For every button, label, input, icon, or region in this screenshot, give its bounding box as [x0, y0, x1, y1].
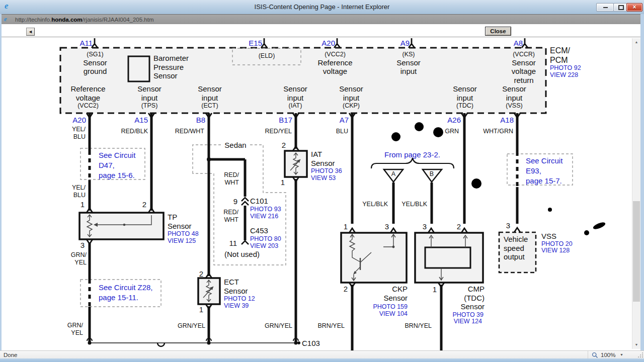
- c103-label: C103: [302, 339, 320, 348]
- iat-thermistor-icon: [290, 153, 300, 174]
- ecm-view-link[interactable]: VIEW 228: [550, 71, 578, 79]
- ecm-out-vss: Sensor input(VSS): [502, 84, 526, 110]
- window-border-left: [0, 14, 2, 358]
- tp-photo-link[interactable]: PHOTO 48: [168, 230, 199, 238]
- tp-sensor-box: [79, 213, 164, 239]
- status-text: Done: [4, 352, 18, 358]
- scrollbar-thumb[interactable]: [633, 201, 640, 302]
- ecm-out-iat: Sensor input(IAT): [283, 84, 307, 110]
- c453-chevron-icon: [242, 241, 249, 244]
- ecm-out-ref: Reference voltage(VCC2): [70, 84, 105, 110]
- triangle-a-label: A: [391, 170, 395, 178]
- ect-photo-link[interactable]: PHOTO 12: [224, 295, 255, 303]
- ect-thermistor-icon: [203, 280, 213, 302]
- zoom-control[interactable]: 100% ▼: [592, 351, 630, 358]
- ks-label: (KS)Sensor input: [396, 51, 421, 76]
- browser-window: e ISIS-Content Opening Page - Internet E…: [0, 0, 644, 362]
- tp-view-link[interactable]: VIEW 125: [168, 237, 196, 245]
- scroll-up-icon[interactable]: ▲: [632, 38, 640, 46]
- eld-subbox: [232, 48, 301, 65]
- vccr-label: (VCCR)Sensor voltage return: [512, 51, 536, 84]
- pin-e15: E15: [249, 39, 262, 48]
- cmp-pin-2: 2: [457, 222, 461, 231]
- pin-9: 9: [233, 197, 237, 206]
- ect-name: ECT Sensor: [224, 278, 248, 295]
- window-border-right: [640, 14, 644, 358]
- ckp-transistor-icon: [350, 234, 395, 281]
- ckp-view-link[interactable]: VIEW 104: [379, 310, 408, 318]
- pin-a7: A7: [340, 116, 349, 125]
- wire-grn-yel-a: GRN/ YEL: [71, 251, 87, 266]
- symbol-fills: [94, 159, 394, 290]
- ect-pin-2: 2: [199, 269, 203, 279]
- wire-grn-yel-b: GRN/ YEL: [67, 322, 83, 336]
- tp-pin-3: 3: [80, 241, 85, 250]
- minimize-button[interactable]: [596, 3, 614, 12]
- pin-a20: A20: [72, 116, 86, 125]
- scroll-down-icon[interactable]: ▼: [632, 341, 640, 349]
- wire-grn-yel-d: GRN/YEL: [265, 322, 292, 330]
- terminals: [87, 38, 528, 309]
- wire-yel-blk-a: YEL/BLK: [362, 201, 388, 208]
- junction-dot: [207, 157, 211, 161]
- window-title: ISIS-Content Opening Page - Internet Exp…: [0, 3, 644, 11]
- pin-a11: A11: [79, 39, 93, 48]
- ecm-out-tdc: Sensor input(TDC): [453, 84, 477, 110]
- c453-photo-link[interactable]: PHOTO 80: [250, 235, 281, 243]
- c101-view-link[interactable]: VIEW 216: [250, 213, 278, 220]
- zoom-icon: [592, 352, 598, 358]
- vss-name: VSS: [541, 232, 556, 241]
- vertical-scrollbar[interactable]: ▲ ▼: [632, 38, 640, 349]
- ground-bus: [87, 338, 300, 346]
- c453-view-link[interactable]: VIEW 203: [250, 242, 278, 250]
- close-page-button[interactable]: Close: [485, 27, 511, 36]
- vss-view-link[interactable]: VIEW 128: [541, 247, 570, 254]
- not-used-label: (Not used): [224, 250, 260, 259]
- pin-b8: B8: [196, 116, 205, 125]
- wire-brn-yel-b: BRN/YEL: [405, 322, 432, 330]
- pin-a9: A9: [400, 39, 410, 48]
- ckp-photo-link[interactable]: PHOTO 159: [373, 303, 408, 311]
- zoom-dropdown-icon: ▼: [620, 353, 623, 356]
- vss-pin-3: 3: [506, 221, 510, 230]
- maximize-icon: [618, 5, 624, 10]
- ckp-pin-3: 3: [385, 222, 389, 231]
- status-bar: Done 100% ▼: [0, 350, 644, 358]
- ect-sensor-box: [198, 278, 220, 304]
- cmp-view-link[interactable]: VIEW 124: [454, 318, 482, 325]
- c101-photo-link[interactable]: PHOTO 93: [250, 206, 281, 213]
- ect-view-link[interactable]: VIEW 39: [224, 302, 249, 310]
- zoom-level: 100%: [601, 352, 615, 358]
- address-bar[interactable]: e http://techinfo.honda.com/rjanisis/RJA…: [0, 14, 644, 24]
- tp-pin-2: 2: [142, 200, 146, 209]
- iat-view-link[interactable]: VIEW 53: [311, 174, 336, 182]
- url-prefix: http://techinfo.: [15, 17, 51, 23]
- iat-sensor-box: [285, 151, 307, 177]
- wire-wht-grn: WHT/GRN: [483, 128, 513, 135]
- maximize-button[interactable]: [613, 3, 627, 12]
- note-z28: See Circuit Z28, page 15-11.: [99, 283, 153, 303]
- sedan-label: Sedan: [222, 141, 248, 150]
- triangle-a-icon: [384, 169, 403, 182]
- cmp-pin-1: 1: [433, 285, 437, 294]
- iat-photo-link[interactable]: PHOTO 36: [311, 167, 342, 175]
- ink-spots: [391, 122, 606, 235]
- cmp-name: CMP (TDC) Sensor: [460, 285, 485, 311]
- tp-pin-1: 1: [80, 200, 85, 209]
- resize-grip[interactable]: [637, 352, 643, 357]
- title-bar: e ISIS-Content Opening Page - Internet E…: [0, 0, 644, 15]
- window-border-bottom: [0, 358, 644, 362]
- pin-11: 11: [229, 239, 237, 248]
- sg1-label: (SG1)Sensor ground: [83, 51, 107, 76]
- window-close-button[interactable]: ×: [626, 3, 642, 12]
- iat-name: IAT Sensor: [311, 150, 335, 167]
- ecm-photo-link[interactable]: PHOTO 92: [550, 64, 581, 72]
- note-d47: See Circuit D47, page 15-6.: [99, 150, 135, 180]
- back-button[interactable]: ◄: [26, 28, 35, 36]
- tp-potentiometer-icon: [87, 215, 92, 237]
- pin-a20-top: A20: [321, 39, 335, 48]
- brace-icon: [371, 158, 454, 168]
- ckp-sensor-box: [341, 233, 407, 283]
- ecm-out-ckp: Sensor input(CKP): [339, 84, 363, 110]
- minimize-icon: [603, 7, 608, 8]
